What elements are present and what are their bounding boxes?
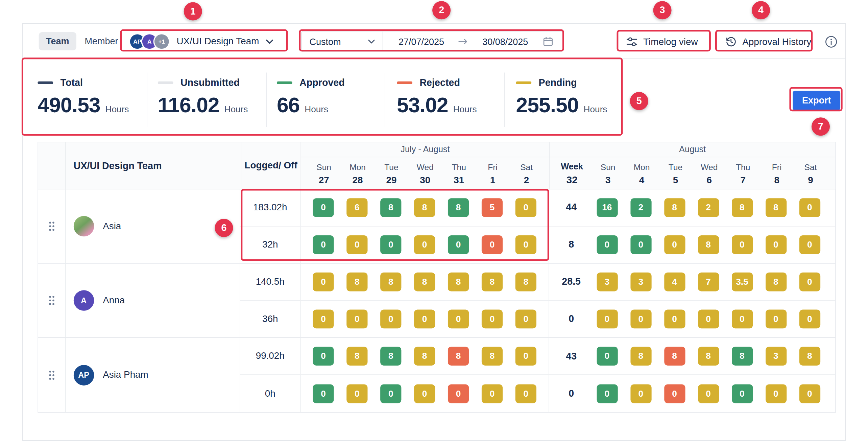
timelog-cell[interactable]: 7: [698, 272, 719, 291]
timelog-cell[interactable]: 8: [731, 347, 752, 366]
timelog-cell[interactable]: 0: [597, 309, 618, 328]
timelog-cell[interactable]: 0: [799, 272, 820, 291]
timelog-cell[interactable]: 0: [380, 235, 401, 254]
timelog-cell[interactable]: 0: [414, 235, 435, 254]
timelog-cell[interactable]: 8: [698, 347, 719, 366]
timelog-cell[interactable]: 8: [448, 272, 469, 291]
timelog-cell[interactable]: 0: [448, 384, 469, 403]
drag-handle[interactable]: [38, 264, 66, 337]
tab-team[interactable]: Team: [39, 32, 76, 50]
export-button[interactable]: Export: [793, 91, 840, 110]
timelog-cell[interactable]: 8: [448, 198, 469, 217]
timelog-cell[interactable]: 0: [765, 235, 786, 254]
timelog-view-button[interactable]: Timelog view: [622, 31, 702, 52]
timelog-cell[interactable]: 0: [799, 235, 820, 254]
timelog-cell[interactable]: 0: [414, 309, 435, 328]
timelog-cell[interactable]: 4: [664, 272, 685, 291]
info-icon[interactable]: [825, 36, 838, 48]
timelog-cell[interactable]: 8: [482, 347, 503, 366]
timelog-cell[interactable]: 0: [515, 235, 536, 254]
date-to-field[interactable]: 30/08/2025: [482, 36, 528, 47]
drag-handle[interactable]: [38, 189, 66, 263]
day-column-header: Fri8: [760, 157, 794, 189]
timelog-cell[interactable]: 0: [731, 384, 752, 403]
timelog-cell[interactable]: 0: [313, 198, 334, 217]
timelog-cell[interactable]: 0: [698, 309, 719, 328]
timelog-cell[interactable]: 8: [380, 198, 401, 217]
timelog-cell[interactable]: 0: [630, 309, 651, 328]
timelog-cell[interactable]: 0: [698, 384, 719, 403]
timelog-cell[interactable]: 5: [482, 198, 503, 217]
timelog-cell[interactable]: 0: [731, 309, 752, 328]
timelog-cell[interactable]: 8: [414, 347, 435, 366]
timelog-cell[interactable]: 3: [597, 272, 618, 291]
timelog-cell[interactable]: 3.5: [731, 272, 752, 291]
timelog-cell[interactable]: 0: [515, 347, 536, 366]
stat-unit: Hours: [453, 105, 477, 115]
timelog-cell[interactable]: 8: [515, 272, 536, 291]
timelog-cell[interactable]: 0: [664, 235, 685, 254]
timelog-cell[interactable]: 0: [448, 235, 469, 254]
timelog-cell[interactable]: 0: [597, 384, 618, 403]
timelog-cell[interactable]: 0: [313, 347, 334, 366]
timelog-cell[interactable]: 0: [630, 235, 651, 254]
timelog-cell[interactable]: 0: [346, 384, 367, 403]
timelog-cell[interactable]: 8: [380, 347, 401, 366]
timelog-cell[interactable]: 0: [380, 384, 401, 403]
timelog-cell[interactable]: 0: [482, 235, 503, 254]
timelog-cell[interactable]: 8: [482, 272, 503, 291]
calendar-icon[interactable]: [542, 36, 554, 47]
timelog-cell[interactable]: 0: [799, 198, 820, 217]
timelog-cell[interactable]: 0: [515, 309, 536, 328]
timelog-cell[interactable]: 0: [346, 235, 367, 254]
timelog-cell[interactable]: 0: [313, 272, 334, 291]
timelog-cell[interactable]: 8: [698, 235, 719, 254]
timelog-cell[interactable]: 0: [313, 384, 334, 403]
timelog-cell[interactable]: 8: [414, 198, 435, 217]
timelog-cell[interactable]: 0: [346, 309, 367, 328]
timelog-cell[interactable]: 0: [515, 384, 536, 403]
timelog-cell[interactable]: 8: [664, 347, 685, 366]
timelog-cell[interactable]: 0: [664, 384, 685, 403]
timelog-cell[interactable]: 2: [630, 198, 651, 217]
timelog-cell[interactable]: 0: [482, 309, 503, 328]
timelog-cell[interactable]: 0: [765, 384, 786, 403]
timelog-cell[interactable]: 0: [313, 235, 334, 254]
timelog-cell[interactable]: 0: [313, 309, 334, 328]
timelog-cell[interactable]: 0: [380, 309, 401, 328]
timelog-cell[interactable]: 3: [765, 347, 786, 366]
timelog-cell[interactable]: 6: [346, 198, 367, 217]
timelog-cell[interactable]: 8: [731, 198, 752, 217]
timelog-cell[interactable]: 0: [799, 309, 820, 328]
timelog-cell[interactable]: 8: [346, 272, 367, 291]
timelog-cell[interactable]: 8: [414, 272, 435, 291]
timelog-cell[interactable]: 0: [597, 347, 618, 366]
timelog-cell[interactable]: 8: [664, 198, 685, 217]
timelog-cell[interactable]: 8: [765, 272, 786, 291]
timelog-cell[interactable]: 0: [414, 384, 435, 403]
timelog-cell[interactable]: 8: [765, 198, 786, 217]
timelog-cell[interactable]: 0: [515, 198, 536, 217]
timelog-cell[interactable]: 0: [448, 309, 469, 328]
timelog-cell[interactable]: 0: [597, 235, 618, 254]
timelog-cell[interactable]: 0: [799, 384, 820, 403]
team-selector-dropdown[interactable]: AP A +1 UX/UI Design Team: [124, 31, 278, 52]
date-from-field[interactable]: 27/07/2025: [399, 36, 444, 47]
timelog-cell[interactable]: 0: [664, 309, 685, 328]
timelog-cell[interactable]: 0: [482, 384, 503, 403]
timelog-cell[interactable]: 3: [630, 272, 651, 291]
timelog-cell[interactable]: 8: [448, 347, 469, 366]
timelog-cell[interactable]: 8: [630, 347, 651, 366]
timelog-cell[interactable]: 8: [346, 347, 367, 366]
timelog-cell[interactable]: 0: [630, 384, 651, 403]
range-preset-select[interactable]: Custom: [302, 31, 383, 51]
timelog-cell[interactable]: 0: [765, 309, 786, 328]
timelog-cell[interactable]: 8: [380, 272, 401, 291]
tab-member[interactable]: Member: [77, 32, 125, 50]
drag-handle[interactable]: [38, 338, 66, 412]
timelog-cell[interactable]: 0: [731, 235, 752, 254]
timelog-cell[interactable]: 2: [698, 198, 719, 217]
timelog-cell[interactable]: 8: [799, 347, 820, 366]
approval-history-button[interactable]: Approval History: [721, 31, 816, 52]
timelog-cell[interactable]: 16: [597, 198, 618, 217]
